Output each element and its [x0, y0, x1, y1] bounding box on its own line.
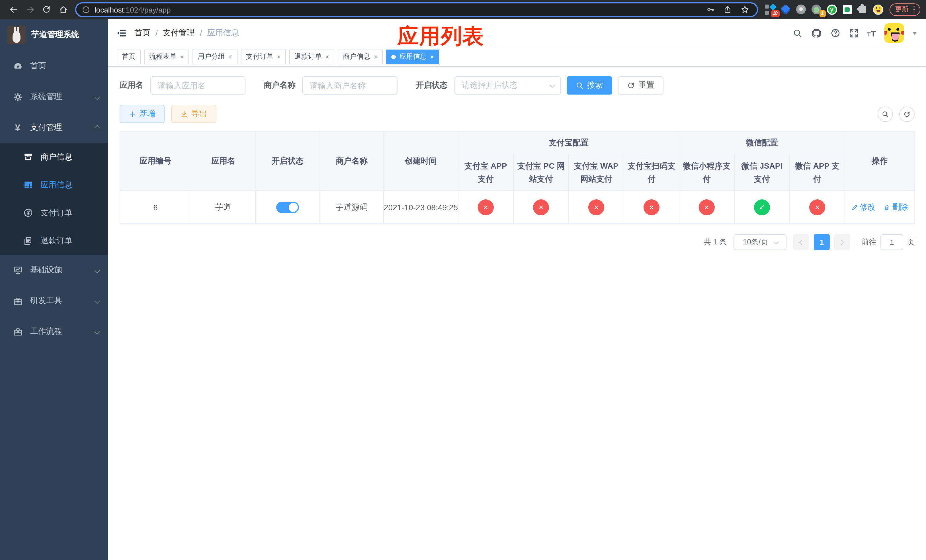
- status-cross-icon: ×: [699, 199, 715, 215]
- close-icon[interactable]: ×: [430, 53, 434, 60]
- header-search-icon[interactable]: [793, 28, 802, 38]
- status-select-placeholder: 请选择开启状态: [462, 80, 517, 91]
- app-name-input[interactable]: [150, 76, 245, 95]
- reset-button[interactable]: 重置: [618, 76, 663, 95]
- prev-page-button[interactable]: [793, 234, 809, 250]
- gear-icon: [12, 92, 23, 102]
- sidebar-item-label: 退款订单: [41, 236, 72, 246]
- breadcrumb-home[interactable]: 首页: [135, 28, 150, 38]
- export-button[interactable]: 导出: [171, 105, 216, 123]
- close-icon[interactable]: ×: [228, 53, 232, 60]
- sidebar-item-label: 支付管理: [30, 123, 62, 133]
- tab-refund-order[interactable]: 退款订单×: [289, 49, 334, 64]
- search-button[interactable]: 搜索: [567, 76, 612, 95]
- toolbox-icon: [12, 296, 23, 306]
- sidebar-item-payment[interactable]: ¥ 支付管理: [0, 112, 108, 143]
- extension-chat-icon[interactable]: [841, 4, 853, 15]
- search-form: 应用名 商户名称 开启状态 请选择开启状态 搜索: [120, 76, 915, 95]
- sidebar-toggle-icon[interactable]: [116, 28, 126, 38]
- status-select[interactable]: 请选择开启状态: [454, 76, 561, 95]
- reload-icon[interactable]: [39, 2, 54, 17]
- add-button[interactable]: 新增: [120, 105, 165, 123]
- next-page-button[interactable]: [834, 234, 850, 250]
- extension-gem-icon[interactable]: [780, 4, 791, 15]
- col-header-actions: 操作: [845, 131, 914, 191]
- overlay-annotation-title: 应用列表: [398, 22, 484, 51]
- delete-link[interactable]: 删除: [884, 202, 908, 212]
- show-search-button[interactable]: [878, 106, 893, 122]
- col-group-alipay: 支付宝配置: [458, 131, 679, 154]
- sidebar-item-workflow[interactable]: 工作流程: [0, 316, 108, 347]
- sidebar-item-home[interactable]: 首页: [0, 51, 108, 82]
- close-icon[interactable]: ×: [180, 53, 184, 60]
- merchant-name-input[interactable]: [303, 76, 398, 95]
- tab-home[interactable]: 首页: [117, 49, 141, 64]
- status-cross-icon: ×: [478, 199, 494, 215]
- breadcrumb: 首页 / 支付管理 / 应用信息: [135, 28, 239, 38]
- sidebar-item-system[interactable]: 系统管理: [0, 82, 108, 112]
- breadcrumb-current: 应用信息: [207, 28, 239, 38]
- status-cross-icon: ×: [809, 199, 825, 215]
- avatar-caret-icon[interactable]: [912, 32, 917, 35]
- sidebar-item-infrastructure[interactable]: 基础设施: [0, 255, 108, 285]
- sidebar-item-refund-order[interactable]: 退款订单: [0, 227, 108, 255]
- page-size-select[interactable]: 10条/页: [734, 234, 787, 250]
- browser-update-menu-button[interactable]: 更新: [889, 3, 920, 16]
- browser-profile-avatar[interactable]: [872, 4, 884, 15]
- col-header-alipay-app: 支付宝 APP 支付: [458, 154, 513, 191]
- col-header-enabled: 开启状态: [256, 131, 320, 191]
- sidebar-item-pay-order[interactable]: 支付订单: [0, 199, 108, 227]
- sidebar-item-merchant-info[interactable]: 商户信息: [0, 143, 108, 171]
- enabled-toggle[interactable]: [276, 201, 299, 213]
- app-table: 应用编号 应用名 开启状态 商户名称 创建时间 支付宝配置 微信配置 操作 支付…: [120, 131, 915, 224]
- extension-tasks-icon[interactable]: 10: [764, 4, 776, 15]
- password-key-icon[interactable]: [704, 5, 717, 14]
- extension-badge: 10: [771, 10, 779, 17]
- status-check-icon: ✓: [754, 199, 770, 215]
- github-icon[interactable]: [811, 28, 822, 38]
- url-host: localhost: [95, 5, 124, 14]
- forward-icon[interactable]: [22, 2, 38, 17]
- extension-command-icon[interactable]: ⌘: [795, 4, 807, 15]
- status-label: 开启状态: [416, 80, 448, 91]
- tab-merchant-info[interactable]: 商户信息×: [338, 49, 383, 64]
- close-icon[interactable]: ×: [325, 53, 329, 60]
- extension-recorder-icon[interactable]: 1: [811, 4, 822, 15]
- tab-app-info[interactable]: 应用信息×: [386, 49, 439, 64]
- share-icon[interactable]: [721, 5, 734, 14]
- tab-pay-order[interactable]: 支付订单×: [241, 49, 286, 64]
- current-page[interactable]: 1: [814, 234, 830, 250]
- extension-badge-2: 1: [820, 10, 826, 17]
- fullscreen-icon[interactable]: [849, 28, 858, 38]
- font-size-icon[interactable]: TT: [867, 29, 876, 37]
- goto-page-input[interactable]: [881, 234, 903, 250]
- app-navbar: 首页 / 支付管理 / 应用信息 TT: [108, 19, 926, 47]
- help-icon[interactable]: [830, 28, 840, 38]
- col-header-alipay-wap: 支付宝 WAP 网站支付: [569, 154, 624, 191]
- user-avatar[interactable]: [884, 23, 904, 43]
- app-logo[interactable]: 芋道管理系统: [0, 19, 108, 51]
- extensions-puzzle-icon[interactable]: [857, 4, 868, 15]
- shop-icon: [23, 152, 33, 162]
- close-icon[interactable]: ×: [374, 53, 378, 60]
- home-icon[interactable]: [55, 2, 71, 17]
- col-header-merchant: 商户名称: [320, 131, 384, 191]
- col-header-wechat-app: 微信 APP 支付: [790, 154, 845, 191]
- payment-submenu: 商户信息 应用信息 支付订单 退款订单: [0, 143, 108, 255]
- sidebar-item-dev-tools[interactable]: 研发工具: [0, 285, 108, 316]
- bookmark-star-icon[interactable]: [738, 5, 751, 14]
- back-icon[interactable]: [6, 2, 21, 17]
- table-row: 6 芋道 芋道源码 2021-10-23 08:49:25 × × × × × …: [120, 191, 914, 224]
- edit-link[interactable]: 修改: [851, 202, 876, 212]
- table-toolbar: 新增 导出: [120, 105, 915, 123]
- browser-toolbar: localhost:1024/pay/app 10 ⌘ 1 y 更新: [0, 0, 926, 19]
- extension-yudao-icon[interactable]: y: [826, 4, 837, 15]
- tab-user-group[interactable]: 用户分组×: [192, 49, 238, 64]
- sidebar-item-app-info[interactable]: 应用信息: [0, 171, 108, 199]
- breadcrumb-payment[interactable]: 支付管理: [163, 28, 195, 38]
- site-info-icon[interactable]: [82, 5, 90, 14]
- refresh-button[interactable]: [899, 106, 915, 122]
- close-icon[interactable]: ×: [277, 53, 281, 60]
- tab-process-form[interactable]: 流程表单×: [144, 49, 189, 64]
- address-bar[interactable]: localhost:1024/pay/app: [75, 2, 758, 17]
